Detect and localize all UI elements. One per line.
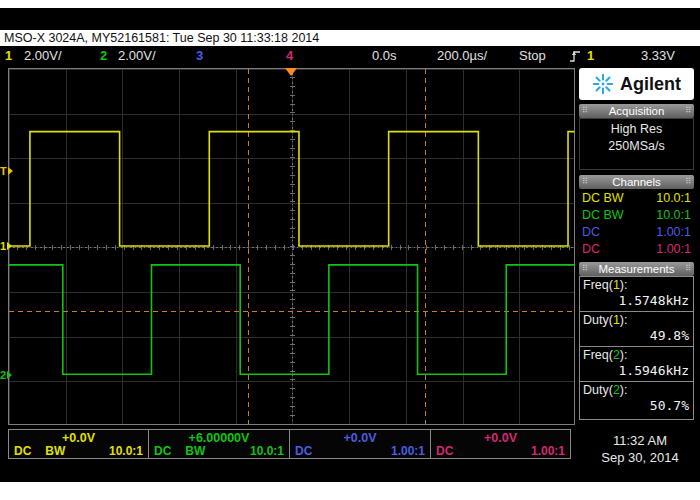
ch4-settings-box[interactable]: +0.0V DC 1.00:1 [430, 429, 571, 459]
measurements-panel: Freq(1): 1.5748kHz Duty(1): 49.8% Freq(2… [579, 276, 694, 420]
status-bar: 1 2.00V/ 2 2.00V/ 3 4 0.0s 200.0µs/ Stop… [0, 46, 700, 66]
grip-icon: ⠿ [685, 175, 691, 189]
measurement-row-duty1: Duty(1): 49.8% [580, 312, 693, 347]
channels-section-header[interactable]: ⠿ Channels ⠿ [579, 175, 694, 189]
ch3-probe-ratio: 1.00:1 [656, 224, 691, 241]
ch1-bw-label: BW [45, 445, 65, 458]
measurement-value: 1.5946kHz [583, 363, 689, 379]
arrow-right-icon [7, 242, 12, 250]
ch3-offset: +0.0V [290, 431, 430, 445]
ch1-ground-marker-label: 1 [0, 240, 6, 252]
measurement-row-freq2: Freq(2): 1.5946kHz [580, 347, 693, 382]
ch3-probe-label: 1.00:1 [391, 445, 425, 458]
measurements-section-title: Measurements [588, 262, 685, 276]
ch2-coupling: DC BW [582, 207, 624, 224]
status-ch4-number[interactable]: 4 [286, 46, 293, 66]
measurement-row-freq1: Freq(1): 1.5748kHz [580, 277, 693, 312]
status-ch1-number[interactable]: 1 [5, 46, 12, 66]
channel3-status-row[interactable]: DC 1.00:1 [579, 224, 694, 241]
measurement-value: 1.5748kHz [583, 293, 689, 309]
measurement-label: Freq(2): [583, 348, 689, 363]
status-ch2-scale[interactable]: 2.00V/ [118, 46, 156, 66]
trigger-source[interactable]: 1 [587, 46, 594, 66]
ch4-coupling: DC [582, 241, 600, 258]
acquisition-panel: High Res 250MSa/s [579, 118, 694, 170]
status-ch2-number[interactable]: 2 [100, 46, 107, 66]
sample-rate: 250MSa/s [580, 139, 693, 153]
ch2-offset: +6.00000V [149, 431, 289, 445]
ch1-offset: +0.0V [9, 431, 148, 445]
agilent-logo-box: Agilent [579, 68, 694, 100]
grip-icon: ⠿ [685, 104, 691, 118]
oscilloscope-screen: MSO-X 3024A, MY52161581: Tue Sep 30 11:3… [0, 8, 700, 482]
ch4-probe-ratio: 1.00:1 [656, 241, 691, 258]
ch2-ground-marker[interactable]: 2 [0, 369, 12, 381]
arrow-right-icon [8, 167, 13, 175]
arrow-right-icon [7, 371, 12, 379]
ch1-settings-box[interactable]: +0.0V DC BW 10.0:1 [8, 429, 149, 459]
measurements-section-header[interactable]: ⠿ Measurements ⠿ [579, 262, 694, 276]
ch4-offset: +0.0V [431, 431, 570, 445]
ch1-probe-ratio: 10.0:1 [656, 190, 691, 207]
ch1-details: DC BW 10.0:1 [9, 445, 148, 458]
trace-ch2 [9, 265, 574, 374]
ch3-settings-box[interactable]: +0.0V DC 1.00:1 [289, 429, 431, 459]
ch2-probe-label: 10.0:1 [250, 445, 284, 458]
clock-date: Sep 30, 2014 [585, 449, 695, 466]
run-state: Stop [519, 46, 546, 66]
grip-icon: ⠿ [685, 262, 691, 276]
clock-time: 11:32 AM [585, 432, 695, 449]
trace-ch1 [9, 132, 574, 246]
ch2-ground-marker-label: 2 [0, 369, 6, 381]
ch1-ground-marker[interactable]: 1 [0, 240, 12, 252]
channel4-status-row[interactable]: DC 1.00:1 [579, 241, 694, 258]
measurement-label: Duty(1): [583, 313, 689, 328]
ch1-coupling: DC BW [582, 190, 624, 207]
acquisition-section-title: Acquisition [588, 104, 685, 118]
measurement-value: 50.7% [583, 398, 689, 414]
ch3-coupling: DC [582, 224, 600, 241]
ch4-coupling-label: DC [436, 445, 453, 458]
measurement-label: Freq(1): [583, 278, 689, 293]
waveform-display [8, 68, 575, 425]
sidebar: Agilent ⠿ Acquisition ⠿ High Res 250MSa/… [579, 68, 694, 425]
ch3-details: DC 1.00:1 [290, 445, 430, 458]
trigger-time-marker[interactable] [285, 68, 297, 76]
ch2-details: DC BW 10.0:1 [149, 445, 289, 458]
measurement-row-duty2: Duty(2): 50.7% [580, 382, 693, 417]
trigger-level[interactable]: 3.33V [641, 46, 675, 66]
ch1-probe-label: 10.0:1 [109, 445, 143, 458]
trigger-edge-icon [569, 49, 581, 69]
screenshot-page: MSO-X 3024A, MY52161581: Tue Sep 30 11:3… [0, 0, 700, 500]
timebase-scale[interactable]: 200.0µs/ [437, 46, 487, 66]
channels-section-title: Channels [588, 175, 685, 189]
ch2-probe-ratio: 10.0:1 [656, 207, 691, 224]
trigger-level-marker[interactable]: T [0, 165, 13, 177]
status-ch1-scale[interactable]: 2.00V/ [24, 46, 62, 66]
trigger-level-marker-label: T [0, 165, 7, 177]
status-ch3-number[interactable]: 3 [196, 46, 203, 66]
ch3-coupling-label: DC [295, 445, 312, 458]
model-serial-timestamp: MSO-X 3024A, MY52161581: Tue Sep 30 11:3… [4, 31, 319, 45]
ch2-settings-box[interactable]: +6.00000V DC BW 10.0:1 [148, 429, 290, 459]
acquisition-section-header[interactable]: ⠿ Acquisition ⠿ [579, 104, 694, 118]
ch4-details: DC 1.00:1 [431, 445, 570, 458]
ch2-coupling-label: DC [154, 445, 171, 458]
ch1-coupling-label: DC [14, 445, 31, 458]
clock: 11:32 AM Sep 30, 2014 [585, 432, 695, 466]
channels-panel: DC BW 10.0:1 DC BW 10.0:1 DC 1.00:1 DC 1… [579, 190, 694, 258]
brand-name: Agilent [620, 74, 681, 95]
measurement-value: 49.8% [583, 328, 689, 344]
acquisition-mode: High Res [580, 122, 693, 136]
title-bar: MSO-X 3024A, MY52161581: Tue Sep 30 11:3… [0, 30, 700, 46]
agilent-spark-icon [592, 73, 614, 95]
horizontal-delay[interactable]: 0.0s [372, 46, 397, 66]
channel1-status-row[interactable]: DC BW 10.0:1 [579, 190, 694, 207]
channel2-status-row[interactable]: DC BW 10.0:1 [579, 207, 694, 224]
ch2-bw-label: BW [185, 445, 205, 458]
measurement-label: Duty(2): [583, 383, 689, 398]
ch4-probe-label: 1.00:1 [531, 445, 565, 458]
waveform-traces [9, 69, 574, 424]
